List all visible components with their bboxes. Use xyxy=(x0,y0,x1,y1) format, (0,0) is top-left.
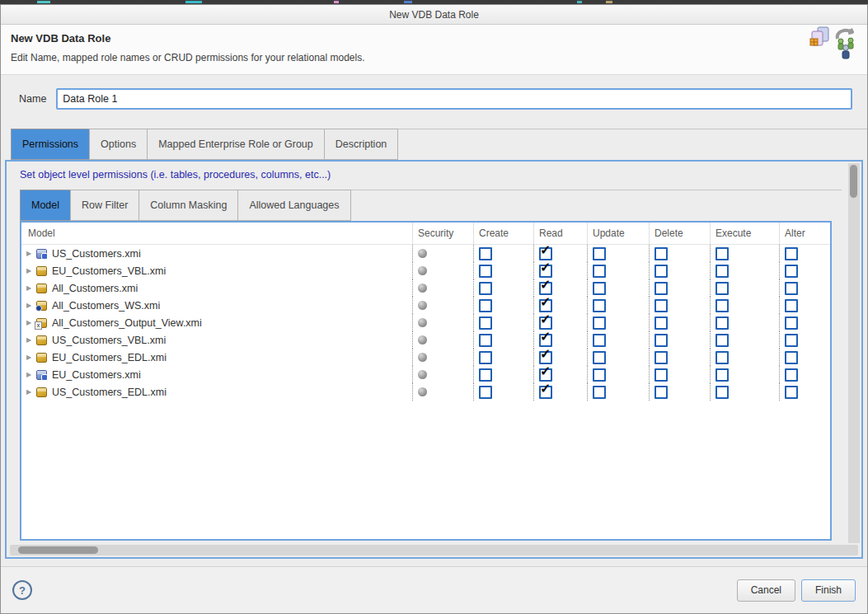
expand-caret-icon[interactable] xyxy=(26,389,34,396)
alter-checkbox[interactable] xyxy=(785,299,798,312)
expand-caret-icon[interactable] xyxy=(26,372,34,378)
alter-checkbox[interactable] xyxy=(785,247,798,260)
delete-checkbox[interactable] xyxy=(655,265,668,278)
table-row[interactable]: EU_Customers_VBL.xmi xyxy=(21,262,830,279)
table-row[interactable]: All_Customers_WS.xmi xyxy=(21,297,830,314)
column-header-model[interactable]: Model xyxy=(21,223,412,244)
security-sphere-icon[interactable] xyxy=(418,353,427,362)
column-header-alter[interactable]: Alter xyxy=(779,223,830,244)
create-checkbox[interactable] xyxy=(479,265,492,278)
subtab-model[interactable]: Model xyxy=(20,190,71,221)
window-titlebar[interactable]: New VDB Data Role xyxy=(1,5,867,25)
name-input[interactable] xyxy=(56,88,852,110)
execute-checkbox[interactable] xyxy=(716,282,729,295)
update-checkbox[interactable] xyxy=(593,282,606,295)
read-checkbox[interactable] xyxy=(539,334,552,347)
read-checkbox[interactable] xyxy=(539,386,552,399)
update-checkbox[interactable] xyxy=(593,351,606,364)
update-checkbox[interactable] xyxy=(593,265,606,278)
expand-caret-icon[interactable] xyxy=(26,285,34,292)
security-sphere-icon[interactable] xyxy=(418,387,427,396)
create-checkbox[interactable] xyxy=(479,247,492,260)
execute-checkbox[interactable] xyxy=(716,316,729,330)
table-row[interactable]: US_Customers_EDL.xmi xyxy=(21,383,830,401)
read-checkbox[interactable] xyxy=(539,316,552,330)
help-button[interactable]: ? xyxy=(12,580,32,600)
execute-checkbox[interactable] xyxy=(716,299,729,312)
table-row[interactable]: All_Customers_Output_View.xmi xyxy=(21,314,830,331)
delete-checkbox[interactable] xyxy=(655,386,668,399)
security-sphere-icon[interactable] xyxy=(418,335,427,344)
alter-checkbox[interactable] xyxy=(785,368,798,382)
tab-options[interactable]: Options xyxy=(89,129,148,160)
column-header-execute[interactable]: Execute xyxy=(710,223,779,244)
execute-checkbox[interactable] xyxy=(716,265,729,278)
column-header-update[interactable]: Update xyxy=(587,223,649,244)
create-checkbox[interactable] xyxy=(479,334,492,347)
create-checkbox[interactable] xyxy=(479,351,492,364)
column-header-create[interactable]: Create xyxy=(473,223,533,244)
update-checkbox[interactable] xyxy=(593,316,606,330)
read-checkbox[interactable] xyxy=(539,299,552,312)
tab-permissions[interactable]: Permissions xyxy=(11,129,90,160)
table-row[interactable]: US_Customers_VBL.xmi xyxy=(21,331,830,349)
column-header-delete[interactable]: Delete xyxy=(649,223,710,244)
read-checkbox[interactable] xyxy=(539,368,552,382)
horizontal-scrollbar-thumb[interactable] xyxy=(18,546,98,554)
security-sphere-icon[interactable] xyxy=(418,266,427,275)
expand-caret-icon[interactable] xyxy=(26,302,34,309)
cancel-button[interactable]: Cancel xyxy=(737,579,795,602)
tab-mapped-enterprise-role-or-group[interactable]: Mapped Enterprise Role or Group xyxy=(147,129,325,160)
subtab-column-masking[interactable]: Column Masking xyxy=(138,190,238,221)
delete-checkbox[interactable] xyxy=(655,334,668,347)
security-sphere-icon[interactable] xyxy=(418,284,427,293)
table-row[interactable]: All_Customers.xmi xyxy=(21,279,830,297)
delete-checkbox[interactable] xyxy=(655,351,668,364)
create-checkbox[interactable] xyxy=(479,299,492,312)
create-checkbox[interactable] xyxy=(479,282,492,295)
delete-checkbox[interactable] xyxy=(655,247,668,260)
update-checkbox[interactable] xyxy=(593,386,606,399)
execute-checkbox[interactable] xyxy=(716,247,729,260)
update-checkbox[interactable] xyxy=(593,334,606,347)
delete-checkbox[interactable] xyxy=(655,368,668,382)
delete-checkbox[interactable] xyxy=(655,299,668,312)
security-sphere-icon[interactable] xyxy=(418,249,427,258)
read-checkbox[interactable] xyxy=(539,282,552,295)
expand-caret-icon[interactable] xyxy=(26,320,34,326)
finish-button[interactable]: Finish xyxy=(801,579,856,602)
delete-checkbox[interactable] xyxy=(655,282,668,295)
alter-checkbox[interactable] xyxy=(785,334,798,347)
security-sphere-icon[interactable] xyxy=(418,370,427,379)
read-checkbox[interactable] xyxy=(539,265,552,278)
alter-checkbox[interactable] xyxy=(785,351,798,364)
read-checkbox[interactable] xyxy=(539,351,552,364)
table-row[interactable]: EU_Customers_EDL.xmi xyxy=(21,349,830,366)
execute-checkbox[interactable] xyxy=(716,386,729,399)
read-checkbox[interactable] xyxy=(539,247,552,260)
update-checkbox[interactable] xyxy=(593,247,606,260)
expand-caret-icon[interactable] xyxy=(26,354,34,361)
subtab-row-filter[interactable]: Row Filter xyxy=(70,190,139,221)
execute-checkbox[interactable] xyxy=(716,334,729,347)
execute-checkbox[interactable] xyxy=(716,368,729,382)
table-row[interactable]: US_Customers.xmi xyxy=(21,245,830,262)
alter-checkbox[interactable] xyxy=(785,282,798,295)
alter-checkbox[interactable] xyxy=(785,386,798,399)
vertical-scrollbar-thumb[interactable] xyxy=(850,165,857,198)
security-sphere-icon[interactable] xyxy=(418,318,427,327)
security-sphere-icon[interactable] xyxy=(418,301,427,310)
delete-checkbox[interactable] xyxy=(655,316,668,330)
table-row[interactable]: EU_Customers.xmi xyxy=(21,366,830,383)
create-checkbox[interactable] xyxy=(479,386,492,399)
column-header-read[interactable]: Read xyxy=(533,223,587,244)
update-checkbox[interactable] xyxy=(593,299,606,312)
subtab-allowed-languages[interactable]: Allowed Languages xyxy=(237,190,350,221)
vertical-scrollbar[interactable] xyxy=(848,163,860,543)
update-checkbox[interactable] xyxy=(593,368,606,382)
execute-checkbox[interactable] xyxy=(716,351,729,364)
alter-checkbox[interactable] xyxy=(785,265,798,278)
horizontal-scrollbar[interactable] xyxy=(10,545,858,555)
column-header-security[interactable]: Security xyxy=(412,223,473,244)
alter-checkbox[interactable] xyxy=(785,316,798,330)
